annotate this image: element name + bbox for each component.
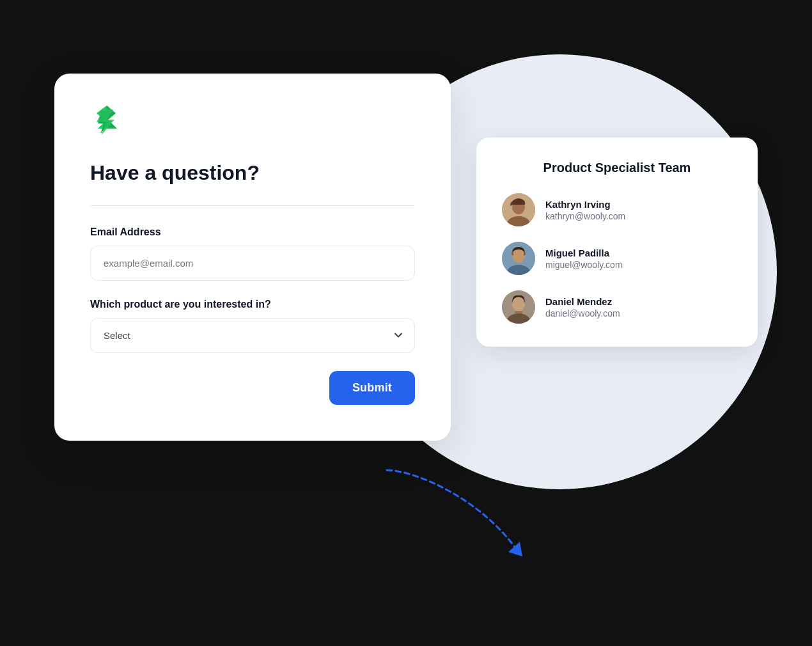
member-info-daniel: Daniel Mendez daniel@wooly.com xyxy=(545,296,620,319)
product-label: Which product are you interested in? xyxy=(90,299,415,310)
svg-point-9 xyxy=(512,297,525,311)
member-info-kathryn: Kathryn Irving kathryn@wooly.com xyxy=(545,199,625,221)
avatar-daniel xyxy=(502,290,535,324)
email-label: Email Address xyxy=(90,226,415,238)
member-name-daniel: Daniel Mendez xyxy=(545,296,620,307)
member-name-kathryn: Kathryn Irving xyxy=(545,199,625,210)
member-email-miguel: miguel@wooly.com xyxy=(545,260,623,270)
form-card: Have a question? Email Address Which pro… xyxy=(54,74,451,441)
submit-row: Submit xyxy=(90,371,415,405)
form-title: Have a question? xyxy=(90,161,415,185)
product-group: Which product are you interested in? Sel… xyxy=(90,299,415,353)
product-select[interactable]: Select Product A Product B Product C xyxy=(90,318,415,353)
team-member-1: Kathryn Irving kathryn@wooly.com xyxy=(502,193,732,226)
logo xyxy=(90,104,415,140)
avatar-kathryn xyxy=(502,193,535,226)
form-divider xyxy=(90,205,415,206)
member-name-miguel: Miguel Padilla xyxy=(545,248,623,258)
member-info-miguel: Miguel Padilla miguel@wooly.com xyxy=(545,248,623,270)
team-member-2: Miguel Padilla miguel@wooly.com xyxy=(502,242,732,275)
main-scene: Have a question? Email Address Which pro… xyxy=(54,35,758,611)
member-email-kathryn: kathryn@wooly.com xyxy=(545,211,625,221)
submit-button[interactable]: Submit xyxy=(329,371,415,405)
team-member-3: Daniel Mendez daniel@wooly.com xyxy=(502,290,732,324)
select-wrapper: Select Product A Product B Product C xyxy=(90,318,415,353)
member-email-daniel: daniel@wooly.com xyxy=(545,308,620,319)
svg-point-6 xyxy=(512,249,525,263)
team-card-title: Product Specialist Team xyxy=(502,161,732,175)
avatar-miguel xyxy=(502,242,535,275)
svg-marker-12 xyxy=(508,542,522,556)
svg-rect-11 xyxy=(515,311,522,313)
team-card: Product Specialist Team Kathryn Irving k… xyxy=(476,138,758,347)
email-group: Email Address xyxy=(90,226,415,281)
email-input[interactable] xyxy=(90,246,415,281)
